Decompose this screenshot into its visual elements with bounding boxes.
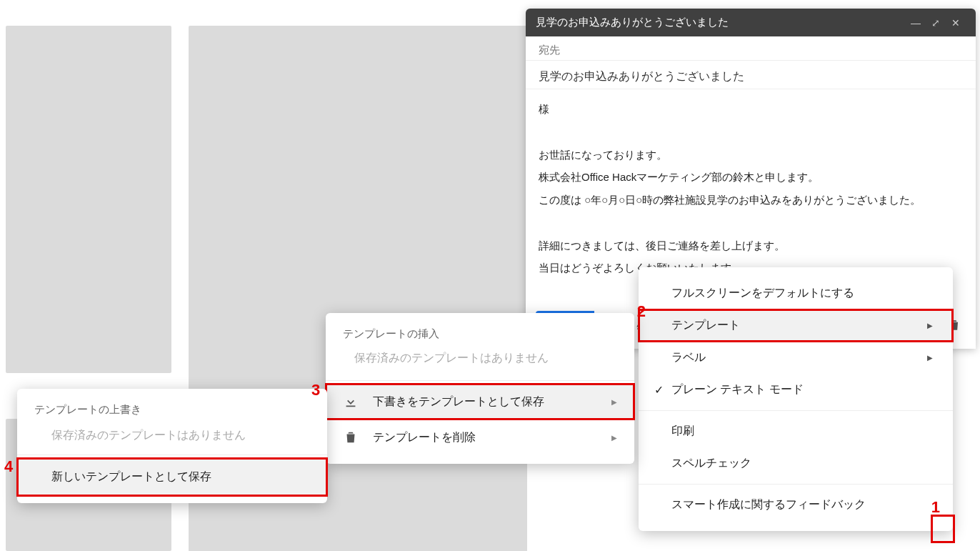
menu-label-item[interactable]: ラベル: [639, 342, 953, 374]
callout-3: 3: [311, 381, 320, 399]
more-options-menu: フルスクリーンをデフォルトにする テンプレート ラベル ✓ プレーン テキスト …: [639, 267, 953, 531]
menu-label: ラベル: [671, 350, 706, 365]
callout-4: 4: [4, 457, 13, 476]
save-new-template[interactable]: 新しいテンプレートとして保存: [17, 458, 327, 496]
body-line: 詳細につきましては、後日ご連絡を差し上げます。: [539, 236, 963, 256]
body-line: [539, 213, 963, 233]
close-icon[interactable]: ✕: [946, 17, 966, 29]
trash-icon: [343, 430, 359, 445]
divider: [326, 380, 634, 381]
row-label: 新しいテンプレートとして保存: [51, 470, 211, 482]
minimize-icon[interactable]: —: [906, 17, 926, 29]
divider: [639, 410, 953, 411]
template-empty-text: 保存済みのテンプレートはありません: [326, 344, 634, 377]
row-label: テンプレートを削除: [373, 430, 476, 445]
template-submenu: テンプレートの挿入 保存済みのテンプレートはありません 下書きをテンプレートとし…: [326, 313, 634, 464]
compose-title: 見学のお申込みありがとうございました: [536, 16, 906, 29]
template-save-draft[interactable]: 下書きをテンプレートとして保存: [326, 384, 634, 420]
template-delete[interactable]: テンプレートを削除: [326, 420, 634, 455]
check-icon: ✓: [654, 383, 671, 397]
menu-plain-text[interactable]: ✓ プレーン テキスト モード: [639, 374, 953, 406]
row-label: 下書きをテンプレートとして保存: [373, 394, 544, 409]
menu-label: フルスクリーンをデフォルトにする: [671, 286, 854, 301]
compose-to-field[interactable]: 宛先: [526, 36, 976, 61]
template-insert-title: テンプレートの挿入: [326, 322, 634, 344]
save-overwrite-title: テンプレートの上書き: [17, 396, 327, 421]
divider: [639, 484, 953, 485]
download-icon: [343, 394, 359, 409]
menu-template[interactable]: テンプレート: [639, 309, 953, 342]
thumb-placeholder: [6, 26, 171, 373]
body-line: お世話になっております。: [539, 145, 963, 165]
menu-print[interactable]: 印刷: [639, 415, 953, 447]
callout-1: 1: [931, 498, 940, 517]
menu-label: スマート作成に関するフィードバック: [671, 497, 866, 512]
body-line: [539, 122, 963, 142]
menu-label: スペルチェック: [671, 456, 751, 471]
compose-subject-field[interactable]: 見学のお申込みありがとうございました: [526, 61, 976, 89]
menu-spellcheck[interactable]: スペルチェック: [639, 447, 953, 480]
subject-text: 見学のお申込みありがとうございました: [539, 70, 744, 82]
menu-fullscreen[interactable]: フルスクリーンをデフォルトにする: [639, 277, 953, 309]
menu-label: 印刷: [671, 424, 694, 439]
divider: [17, 455, 327, 455]
body-line: 様: [539, 99, 963, 119]
save-empty-text: 保存済みのテンプレートはありません: [17, 421, 327, 452]
save-template-submenu: テンプレートの上書き 保存済みのテンプレートはありません 新しいテンプレートとし…: [17, 389, 327, 503]
menu-smart-compose[interactable]: スマート作成に関するフィードバック: [639, 489, 953, 521]
body-line: 株式会社Office Hackマーケティング部の鈴木と申します。: [539, 167, 963, 187]
body-line: この度は ○年○月○日○時の弊社施設見学のお申込みをありがとうございました。: [539, 190, 963, 210]
menu-label: テンプレート: [671, 318, 740, 333]
to-label: 宛先: [539, 44, 560, 56]
callout-2: 2: [637, 302, 646, 321]
expand-icon[interactable]: ⤢: [926, 17, 946, 29]
compose-header: 見学のお申込みありがとうございました — ⤢ ✕: [526, 9, 976, 36]
menu-label: プレーン テキスト モード: [671, 382, 804, 397]
